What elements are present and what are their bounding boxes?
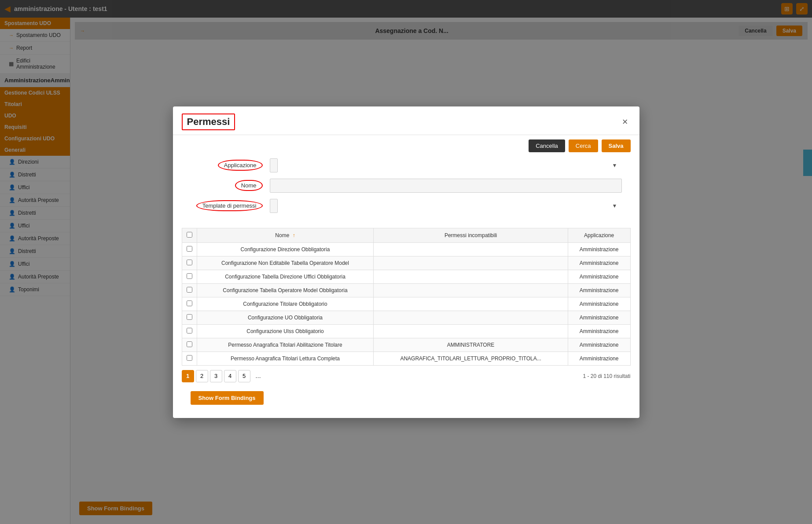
row-checkbox-cell [182, 297, 197, 311]
modal-header: Permessi × [173, 106, 639, 135]
row-applicazione: Amministrazione [568, 242, 630, 256]
row-applicazione: Amministrazione [568, 338, 630, 352]
cancella-button[interactable]: Cancella [529, 139, 565, 152]
row-checkbox[interactable] [187, 260, 192, 265]
row-checkbox-cell [182, 338, 197, 352]
page-button-4[interactable]: 4 [224, 370, 236, 382]
page-button-3[interactable]: 3 [210, 370, 222, 382]
row-checkbox[interactable] [187, 355, 192, 361]
applicazione-select-wrapper: ▼ [270, 158, 622, 172]
table-body: Configurazione Direzione Obbligatoria Am… [182, 242, 630, 365]
modal-title: Permessi [182, 114, 235, 130]
table-row: Configurazione UO Obbligatoria Amministr… [182, 311, 630, 324]
row-checkbox-cell [182, 270, 197, 283]
form-row-nome: Nome [191, 179, 622, 193]
select-all-checkbox[interactable] [187, 232, 192, 238]
row-applicazione: Amministrazione [568, 352, 630, 365]
select-arrow-icon: ▼ [612, 203, 617, 209]
cerca-button[interactable]: Cerca [569, 139, 598, 152]
label-wrap-applicazione: Applicazione [191, 160, 270, 171]
bindings-section: Show Form Bindings [173, 382, 639, 405]
modal-table-wrap: Nome ↑ Permessi incompatibili Applicazio… [173, 228, 639, 366]
row-checkbox[interactable] [187, 287, 192, 293]
modal-close-button[interactable]: × [620, 116, 631, 128]
label-wrap-template: Template di permessi [191, 200, 270, 211]
row-checkbox-cell [182, 352, 197, 365]
table-row: Configurazione Tabella Operatore Model O… [182, 283, 630, 297]
page-button-5[interactable]: 5 [238, 370, 250, 382]
applicazione-select[interactable] [270, 158, 278, 172]
row-checkbox-cell [182, 283, 197, 297]
row-checkbox[interactable] [187, 314, 192, 320]
row-permessi-incompatibili [374, 242, 568, 256]
page-ellipsis: … [252, 370, 265, 382]
row-checkbox-cell [182, 311, 197, 324]
row-permessi-incompatibili [374, 311, 568, 324]
sort-icon[interactable]: ↑ [293, 232, 295, 238]
th-nome: Nome ↑ [197, 228, 374, 242]
permissions-table: Nome ↑ Permessi incompatibili Applicazio… [182, 228, 631, 366]
row-checkbox-cell [182, 242, 197, 256]
row-checkbox[interactable] [187, 246, 192, 252]
row-checkbox[interactable] [187, 341, 192, 347]
row-nome: Permesso Anagrafica Titolari Lettura Com… [197, 352, 374, 365]
row-applicazione: Amministrazione [568, 311, 630, 324]
table-row: Configurazione Non Editabile Tabella Ope… [182, 256, 630, 270]
row-nome: Configurazione Non Editabile Tabella Ope… [197, 256, 374, 270]
applicazione-label: Applicazione [218, 160, 263, 171]
modal-toolbar: Cancella Cerca Salva [173, 139, 639, 158]
select-arrow-icon: ▼ [612, 162, 617, 169]
th-nome-label: Nome [275, 232, 289, 238]
pagination: 1 2 3 4 5 … 1 - 20 di 110 risultati [173, 366, 639, 382]
form-row-template: Template di permessi ▼ [191, 199, 622, 213]
table-row: Configurazione Titolare Obbligatorio Amm… [182, 297, 630, 311]
form-row-applicazione: Applicazione ▼ [191, 158, 622, 172]
modal-form: Applicazione ▼ Nome Template d [173, 158, 639, 224]
row-nome: Permesso Anagrafica Titolari Abilitazion… [197, 338, 374, 352]
modal-overlay: Permessi × Cancella Cerca Salva Applicaz… [0, 0, 812, 524]
template-select[interactable] [270, 199, 278, 213]
template-label: Template di permessi [196, 200, 263, 211]
page-button-1[interactable]: 1 [182, 370, 194, 382]
table-scroll[interactable]: Nome ↑ Permessi incompatibili Applicazio… [182, 228, 631, 366]
row-permessi-incompatibili [374, 324, 568, 338]
label-wrap-nome: Nome [191, 180, 270, 191]
row-checkbox[interactable] [187, 273, 192, 279]
row-nome: Configurazione Direzione Obbligatoria [197, 242, 374, 256]
nome-input[interactable] [270, 179, 622, 193]
table-row: Permesso Anagrafica Titolari Lettura Com… [182, 352, 630, 365]
salva-button[interactable]: Salva [602, 139, 631, 152]
template-select-wrapper: ▼ [270, 199, 622, 213]
page-button-2[interactable]: 2 [196, 370, 208, 382]
row-permessi-incompatibili [374, 283, 568, 297]
row-nome: Configurazione Tabella Operatore Model O… [197, 283, 374, 297]
row-applicazione: Amministrazione [568, 270, 630, 283]
row-nome: Configurazione UO Obbligatoria [197, 311, 374, 324]
th-permessi-incompatibili: Permessi incompatibili [374, 228, 568, 242]
row-permessi-incompatibili: AMMINISTRATORE [374, 338, 568, 352]
row-permessi-incompatibili [374, 256, 568, 270]
row-nome: Configurazione Tabella Direzione Uffici … [197, 270, 374, 283]
modal-permessi: Permessi × Cancella Cerca Salva Applicaz… [173, 106, 639, 418]
show-form-bindings-button[interactable]: Show Form Bindings [191, 391, 264, 405]
table-header: Nome ↑ Permessi incompatibili Applicazio… [182, 228, 630, 242]
th-applicazione: Applicazione [568, 228, 630, 242]
table-row: Configurazione Tabella Direzione Uffici … [182, 270, 630, 283]
nome-label: Nome [235, 180, 263, 191]
row-nome: Configurazione Titolare Obbligatorio [197, 297, 374, 311]
row-applicazione: Amministrazione [568, 283, 630, 297]
row-checkbox[interactable] [187, 300, 192, 306]
row-permessi-incompatibili [374, 297, 568, 311]
th-checkbox [182, 228, 197, 242]
table-row: Configurazione Ulss Obbligatorio Amminis… [182, 324, 630, 338]
row-checkbox-cell [182, 256, 197, 270]
row-checkbox[interactable] [187, 328, 192, 333]
row-applicazione: Amministrazione [568, 297, 630, 311]
row-checkbox-cell [182, 324, 197, 338]
row-nome: Configurazione Ulss Obbligatorio [197, 324, 374, 338]
row-permessi-incompatibili [374, 270, 568, 283]
row-permessi-incompatibili: ANAGRAFICA_TITOLARI_LETTURA_PROPRIO_TITO… [374, 352, 568, 365]
row-applicazione: Amministrazione [568, 324, 630, 338]
table-row: Permesso Anagrafica Titolari Abilitazion… [182, 338, 630, 352]
row-applicazione: Amministrazione [568, 256, 630, 270]
